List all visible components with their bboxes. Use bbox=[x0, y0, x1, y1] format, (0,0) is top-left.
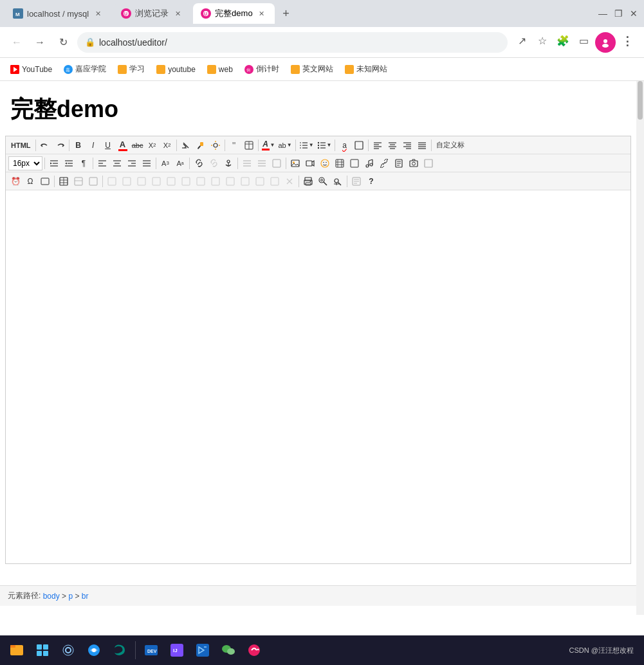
bookmark-study[interactable]: 学习 bbox=[113, 61, 150, 77]
code-block-button[interactable] bbox=[347, 156, 362, 170]
bookmark-youtube[interactable]: YouTube bbox=[5, 62, 57, 77]
insert-table-button[interactable] bbox=[57, 174, 71, 188]
remove-link-button[interactable] bbox=[207, 156, 221, 170]
table-more-button[interactable] bbox=[86, 174, 100, 188]
path-body[interactable]: body bbox=[43, 592, 60, 601]
taskbar-refresh[interactable] bbox=[243, 639, 266, 662]
block-indent-button[interactable] bbox=[240, 156, 254, 170]
table-op-11[interactable] bbox=[253, 174, 267, 188]
extensions-button[interactable]: 🧩 bbox=[554, 32, 572, 50]
bookmark-unknown[interactable]: 未知网站 bbox=[340, 61, 392, 77]
insert-link2-button[interactable] bbox=[377, 156, 391, 170]
special-char-insert-button[interactable] bbox=[242, 138, 256, 152]
table-op-9[interactable] bbox=[223, 174, 237, 188]
table-op-5[interactable] bbox=[164, 174, 178, 188]
font-size-shrink-button[interactable]: Aa bbox=[173, 156, 187, 170]
taskbar-wechat[interactable] bbox=[217, 639, 240, 662]
strikethrough-button[interactable]: abc bbox=[131, 138, 145, 152]
insert-video-button[interactable] bbox=[303, 156, 317, 170]
align-justify-button[interactable] bbox=[140, 156, 154, 170]
table-op-8[interactable] bbox=[208, 174, 223, 188]
profile-button[interactable] bbox=[595, 32, 616, 53]
insert-formula-button[interactable] bbox=[38, 174, 52, 188]
superscript-button[interactable]: X2 bbox=[145, 138, 160, 152]
block-indent2-button[interactable] bbox=[270, 156, 284, 170]
bookmark-web[interactable]: web bbox=[202, 62, 238, 77]
align-right-button[interactable] bbox=[125, 156, 139, 170]
taskbar-start[interactable] bbox=[31, 639, 54, 662]
align-left-button[interactable] bbox=[95, 156, 109, 170]
insert-attachment-button[interactable] bbox=[392, 156, 406, 170]
tab-browse[interactable]: U 浏览记录 ✕ bbox=[113, 3, 190, 24]
insert-time-button[interactable]: ⏰ bbox=[8, 174, 23, 188]
unordered-list-button[interactable]: ▼ bbox=[316, 138, 333, 152]
taskbar-settings[interactable] bbox=[57, 639, 80, 662]
fullscreen-button[interactable] bbox=[352, 138, 366, 152]
align-center-button[interactable] bbox=[110, 156, 124, 170]
paragraph-format-button[interactable]: ¶ bbox=[77, 156, 91, 170]
table-op-2[interactable] bbox=[120, 174, 134, 188]
sidebar-button[interactable]: ▭ bbox=[575, 32, 593, 50]
minimize-button[interactable]: — bbox=[598, 8, 608, 19]
scrollbar[interactable] bbox=[636, 81, 644, 615]
table-op-3[interactable] bbox=[134, 174, 149, 188]
new-tab-button[interactable]: + bbox=[277, 5, 295, 23]
insert-link-button[interactable] bbox=[192, 156, 206, 170]
taskbar-file-manager[interactable] bbox=[5, 639, 28, 662]
table-op-1[interactable] bbox=[105, 174, 119, 188]
tab-close-ueditor[interactable]: ✕ bbox=[257, 8, 267, 19]
indent-decrease-button[interactable] bbox=[62, 156, 76, 170]
justify-right-button[interactable] bbox=[400, 138, 414, 152]
table-op-13[interactable] bbox=[282, 174, 297, 188]
bookmark-english[interactable]: 英文网站 bbox=[286, 61, 338, 77]
html-source-button[interactable]: HTML bbox=[8, 138, 33, 152]
table-op-6[interactable] bbox=[179, 174, 193, 188]
tab-ueditor[interactable]: U 完整demo ✕ bbox=[193, 3, 275, 24]
undo-button[interactable] bbox=[38, 138, 52, 152]
forward-button[interactable]: → bbox=[31, 33, 49, 51]
justify-full-button[interactable] bbox=[415, 138, 429, 152]
word-count-button[interactable] bbox=[349, 174, 363, 188]
share-button[interactable]: ↗ bbox=[513, 32, 531, 50]
insert-music-button[interactable] bbox=[362, 156, 376, 170]
browser-menu-button[interactable]: ⋮ bbox=[618, 32, 636, 50]
bookmark-jiaying[interactable]: 嘉 嘉应学院 bbox=[59, 61, 111, 77]
highlight-button[interactable]: ab▼ bbox=[277, 138, 293, 152]
taskbar-edge[interactable] bbox=[108, 639, 131, 662]
spell-check-button[interactable]: a bbox=[337, 138, 351, 152]
italic-button[interactable]: I bbox=[86, 138, 100, 152]
subscript-button[interactable]: X2 bbox=[160, 138, 174, 152]
redo-button[interactable] bbox=[53, 138, 67, 152]
bookmark-countdown[interactable]: 倒 倒计时 bbox=[239, 61, 284, 77]
anchor-button[interactable] bbox=[221, 156, 235, 170]
font-color-picker-button[interactable]: A ▼ bbox=[261, 138, 277, 152]
table-op-12[interactable] bbox=[268, 174, 282, 188]
back-button[interactable]: ← bbox=[8, 33, 26, 51]
print-button[interactable] bbox=[301, 174, 315, 188]
editor-area[interactable] bbox=[6, 190, 630, 563]
taskbar-ide[interactable]: IJ bbox=[165, 639, 189, 662]
underline-button[interactable]: U bbox=[101, 138, 115, 152]
url-bar[interactable]: 🔒 localhost/ueditor/ bbox=[77, 32, 508, 53]
tab-close-browse[interactable]: ✕ bbox=[172, 8, 183, 19]
table-op-10[interactable] bbox=[238, 174, 252, 188]
preview-button[interactable] bbox=[316, 174, 330, 188]
find-replace-button[interactable] bbox=[331, 174, 345, 188]
special-effect-button[interactable] bbox=[208, 138, 223, 152]
font-size-enlarge-button[interactable]: A3 bbox=[158, 156, 172, 170]
screenshot-button[interactable] bbox=[407, 156, 421, 170]
table-op-7[interactable] bbox=[194, 174, 208, 188]
table-row-button[interactable] bbox=[71, 174, 86, 188]
close-button[interactable]: ✕ bbox=[629, 8, 639, 19]
tab-mysql[interactable]: M localhost / mysql ✕ bbox=[5, 3, 111, 24]
more-button[interactable] bbox=[421, 156, 436, 170]
bookmark-star-button[interactable]: ☆ bbox=[533, 32, 551, 50]
editor-content[interactable] bbox=[6, 190, 630, 212]
font-color-button[interactable]: A bbox=[116, 138, 130, 152]
scrollbar-thumb[interactable] bbox=[638, 81, 643, 120]
indent-increase-button[interactable] bbox=[47, 156, 61, 170]
refresh-button[interactable]: ↻ bbox=[54, 33, 72, 51]
bold-button[interactable]: B bbox=[71, 138, 86, 152]
tab-close-mysql[interactable]: ✕ bbox=[93, 8, 103, 19]
path-br[interactable]: br bbox=[82, 592, 89, 601]
